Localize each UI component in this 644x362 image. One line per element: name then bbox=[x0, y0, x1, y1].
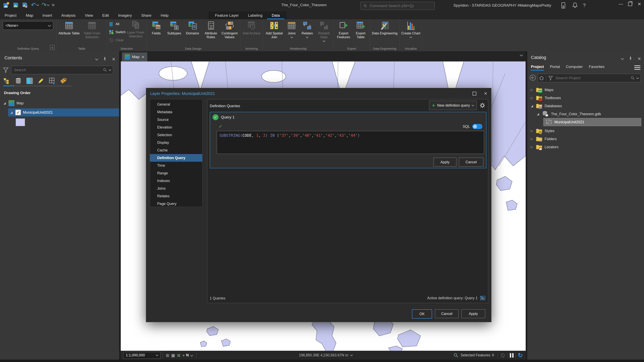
tab-project[interactable]: Project bbox=[0, 11, 21, 19]
nav-elevation[interactable]: Elevation bbox=[150, 123, 202, 131]
list-by-snippet-icon[interactable] bbox=[26, 77, 34, 85]
tab-map[interactable]: Map bbox=[21, 11, 38, 19]
contents-search-chevron[interactable] bbox=[109, 68, 111, 71]
contingent-values-button[interactable]: Contingent Values bbox=[220, 20, 239, 39]
map-expander-icon[interactable]: ◢ bbox=[3, 101, 6, 105]
snap-crosshair-icon[interactable]: ⌖ bbox=[182, 353, 184, 358]
databases-expander-icon[interactable]: ◢ bbox=[530, 104, 534, 108]
nav-indexes[interactable]: Indexes bbox=[150, 177, 202, 185]
contents-search-icon[interactable] bbox=[103, 67, 108, 72]
add-archive-button[interactable]: Add Archive bbox=[242, 20, 262, 35]
nav-display[interactable]: Display bbox=[150, 139, 202, 146]
locators-expander-icon[interactable]: ▷ bbox=[530, 145, 534, 149]
nav-range[interactable]: Range bbox=[150, 169, 202, 177]
device-sync-icon[interactable] bbox=[560, 2, 567, 9]
undo-button[interactable]: ↶ bbox=[31, 2, 39, 8]
nav-source[interactable]: Source bbox=[150, 116, 202, 123]
catalog-home-icon[interactable] bbox=[539, 75, 544, 81]
clear-selected-icon[interactable] bbox=[500, 353, 506, 358]
catalog-close-icon[interactable]: ✕ bbox=[638, 56, 641, 61]
fields-button[interactable]: Fields bbox=[148, 20, 165, 35]
relates-button[interactable]: Relates bbox=[299, 20, 315, 38]
contents-pane-menu-chevron[interactable] bbox=[95, 57, 98, 60]
tab-labeling[interactable]: Labeling bbox=[243, 11, 267, 19]
catalog-item-maps[interactable]: ▷ Maps bbox=[530, 86, 641, 94]
related-data-button[interactable]: Related Data bbox=[316, 20, 332, 42]
list-by-data-source-icon[interactable] bbox=[14, 77, 22, 85]
dialog-close-button[interactable]: ✕ bbox=[480, 88, 491, 99]
tab-view[interactable]: View bbox=[80, 11, 98, 19]
styles-expander-icon[interactable]: ▷ bbox=[530, 129, 534, 133]
catalog-item-folders[interactable]: ▷ Folders bbox=[530, 135, 641, 143]
nav-cache[interactable]: Cache bbox=[150, 146, 202, 154]
export-features-button[interactable]: Export Features bbox=[335, 20, 352, 39]
add-layout-grid-icon[interactable]: ⊞ bbox=[166, 353, 169, 358]
map-view-tab[interactable]: Map ✕ bbox=[122, 52, 147, 61]
layer-from-selection-button[interactable]: Layer From Selection bbox=[126, 20, 145, 44]
clear-selection-button[interactable]: Clear bbox=[108, 37, 126, 44]
export-table-button[interactable]: Export Table bbox=[352, 20, 369, 39]
catalog-search-box[interactable] bbox=[538, 74, 641, 82]
catalog-tab-favorites[interactable]: Favorites bbox=[589, 64, 604, 71]
restore-button[interactable] bbox=[626, 0, 635, 8]
tab-insert[interactable]: Insert bbox=[38, 11, 57, 19]
map-view-options-chevron[interactable] bbox=[520, 53, 523, 56]
catalog-item-gdb[interactable]: ◢ The_Four_Color_Theorem.gdb bbox=[536, 110, 641, 118]
tab-share[interactable]: Share bbox=[137, 11, 156, 19]
catalog-item-locators[interactable]: ▷ Locators bbox=[530, 143, 641, 151]
dialog-apply-button[interactable]: Apply bbox=[462, 309, 485, 318]
edit-sketch-icon[interactable]: ⊠ bbox=[177, 353, 180, 358]
table-grid-icon[interactable]: ▦ bbox=[171, 353, 175, 358]
nav-metadata[interactable]: Metadata bbox=[150, 108, 202, 116]
nav-joins[interactable]: Joins bbox=[150, 185, 202, 192]
selection-magnifier-icon[interactable] bbox=[453, 352, 459, 359]
save-project-icon[interactable] bbox=[12, 2, 19, 8]
contents-map-row[interactable]: ◢ Map bbox=[3, 99, 116, 107]
open-project-icon[interactable] bbox=[3, 1, 10, 8]
query-options-gear-icon[interactable] bbox=[479, 102, 486, 109]
refresh-map-icon[interactable]: ↻ bbox=[518, 352, 523, 359]
gdb-expander-icon[interactable]: ◢ bbox=[536, 112, 540, 116]
layer-visibility-checkbox[interactable]: ✓ bbox=[15, 110, 21, 115]
data-engineering-button[interactable]: Data Engineering bbox=[372, 20, 398, 35]
select-all-button[interactable]: All bbox=[108, 20, 126, 28]
catalog-back-icon[interactable] bbox=[529, 74, 536, 81]
catalog-item-municipalunit2021[interactable]: MunicipalUnit2021 bbox=[544, 118, 641, 126]
query-apply-button[interactable]: Apply bbox=[434, 158, 456, 167]
contents-filter-icon[interactable] bbox=[2, 66, 9, 73]
joins-button[interactable]: Joins bbox=[284, 20, 299, 38]
catalog-search-chevron[interactable] bbox=[636, 76, 639, 79]
add-spatial-join-button[interactable]: Add Spatial Join bbox=[264, 20, 284, 39]
catalog-pane-menu-chevron[interactable] bbox=[621, 57, 624, 60]
nav-time[interactable]: Time bbox=[150, 162, 202, 169]
catalog-filter-icon[interactable] bbox=[548, 75, 554, 81]
subtypes-button[interactable]: Subtypes bbox=[165, 20, 183, 35]
list-by-editing-icon[interactable] bbox=[37, 77, 45, 85]
nav-definition-query[interactable]: Definition Query bbox=[150, 154, 202, 162]
dialog-title-bar[interactable]: Layer Properties: MunicipalUnit2021 ✕ bbox=[146, 88, 491, 99]
notifications-bell-icon[interactable] bbox=[571, 2, 578, 9]
help-icon[interactable]: ? bbox=[583, 2, 586, 8]
save-as-icon[interactable] bbox=[22, 2, 28, 8]
command-search[interactable] bbox=[360, 2, 435, 10]
new-definition-query-button[interactable]: + New definition query bbox=[429, 101, 477, 110]
sql-expression-input[interactable]: SUBSTRING(CODE, 1, 2) IN ('37','39','40'… bbox=[217, 131, 484, 154]
coordinates-chevron[interactable] bbox=[350, 354, 353, 356]
catalog-menu-icon[interactable] bbox=[634, 65, 640, 70]
catalog-item-styles[interactable]: ▷ Styles bbox=[530, 127, 641, 135]
catalog-search-input[interactable] bbox=[555, 76, 629, 80]
domains-button[interactable]: Domains bbox=[184, 20, 202, 35]
attribute-rules-button[interactable]: Attribute Rules bbox=[202, 20, 220, 39]
list-by-selection-icon[interactable] bbox=[48, 77, 56, 85]
contents-search-box[interactable] bbox=[11, 66, 113, 74]
catalog-tab-portal[interactable]: Portal bbox=[550, 64, 560, 71]
tab-analysis[interactable]: Analysis bbox=[57, 11, 80, 19]
tab-help[interactable]: Help bbox=[156, 11, 173, 19]
maps-expander-icon[interactable]: ▷ bbox=[530, 88, 534, 92]
catalog-pin-icon[interactable] bbox=[628, 56, 633, 61]
contents-pin-icon[interactable] bbox=[102, 56, 108, 62]
customize-qat-chevron[interactable] bbox=[52, 4, 54, 6]
dialog-maximize-button[interactable] bbox=[469, 88, 480, 99]
list-by-drawing-order-icon[interactable] bbox=[3, 77, 11, 85]
north-arrow-icon[interactable]: N bbox=[186, 353, 189, 357]
